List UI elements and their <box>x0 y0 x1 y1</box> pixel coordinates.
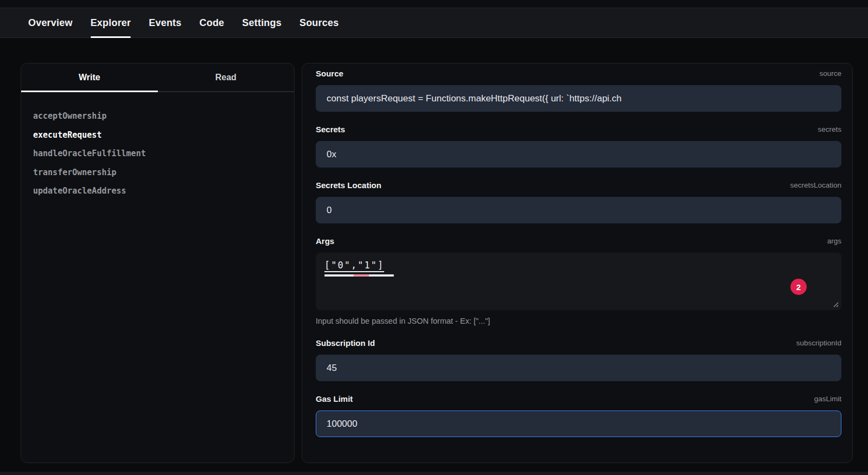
tab-overview[interactable]: Overview <box>28 8 73 37</box>
field-secrets-location: Secrets Location secretsLocation <box>316 181 841 223</box>
args-value-text: ["0","1"] <box>324 260 384 271</box>
source-input[interactable] <box>316 85 841 112</box>
bottom-edge-strip <box>0 472 868 475</box>
tab-explorer[interactable]: Explorer <box>91 8 131 37</box>
source-param-name: source <box>819 69 841 78</box>
tab-write[interactable]: Write <box>21 63 158 91</box>
subscription-id-param-name: subscriptionId <box>796 339 841 347</box>
secrets-input[interactable] <box>316 141 841 168</box>
spellcheck-underline <box>324 274 394 277</box>
field-gas-limit: Gas Limit gasLimit <box>316 394 841 437</box>
gas-limit-input[interactable] <box>316 410 841 437</box>
window-top-strip <box>0 0 868 8</box>
args-helper-text: Input should be passed in JSON format - … <box>316 317 841 325</box>
secrets-param-name: secrets <box>818 125 841 133</box>
resize-handle-icon[interactable] <box>832 301 839 307</box>
function-item-updateoracleaddress[interactable]: updateOracleAddress <box>33 182 294 201</box>
write-read-tabbar: Write Read <box>21 63 294 92</box>
field-subscription-id: Subscription Id subscriptionId <box>316 338 841 381</box>
function-form-panel: Source source Secrets secrets Secrets Lo… <box>302 63 853 463</box>
function-item-acceptownership[interactable]: acceptOwnership <box>33 107 294 126</box>
gas-limit-label: Gas Limit <box>316 394 353 403</box>
args-param-name: args <box>827 237 841 245</box>
field-args: Args args ["0","1"] 2 Input should be pa… <box>316 236 841 325</box>
subscription-id-label: Subscription Id <box>316 338 375 348</box>
error-count-badge[interactable]: 2 <box>790 279 807 295</box>
field-secrets: Secrets secrets <box>316 125 841 168</box>
main-navbar: Overview Explorer Events Code Settings S… <box>0 8 868 38</box>
tab-read[interactable]: Read <box>158 63 295 91</box>
secrets-location-param-name: secretsLocation <box>790 181 841 189</box>
secrets-label: Secrets <box>316 125 345 134</box>
function-list: acceptOwnership executeRequest handleOra… <box>21 92 294 201</box>
functions-panel: Write Read acceptOwnership executeReques… <box>21 63 295 463</box>
subscription-id-input[interactable] <box>316 355 841 381</box>
explorer-content: Write Read acceptOwnership executeReques… <box>0 38 868 463</box>
args-textarea[interactable]: ["0","1"] 2 <box>316 253 841 310</box>
field-source: Source source <box>316 69 841 112</box>
tab-sources[interactable]: Sources <box>299 8 339 37</box>
secrets-location-input[interactable] <box>316 197 841 223</box>
function-item-handleoraclefulfillment[interactable]: handleOracleFulfillment <box>33 144 294 163</box>
tab-settings[interactable]: Settings <box>242 8 282 37</box>
args-label: Args <box>316 236 334 246</box>
source-label: Source <box>316 69 343 78</box>
tab-events[interactable]: Events <box>149 8 181 37</box>
tab-code[interactable]: Code <box>200 8 225 37</box>
function-item-transferownership[interactable]: transferOwnership <box>33 163 294 182</box>
function-item-executerequest[interactable]: executeRequest <box>33 126 294 145</box>
gas-limit-param-name: gasLimit <box>814 395 841 403</box>
secrets-location-label: Secrets Location <box>316 181 381 190</box>
